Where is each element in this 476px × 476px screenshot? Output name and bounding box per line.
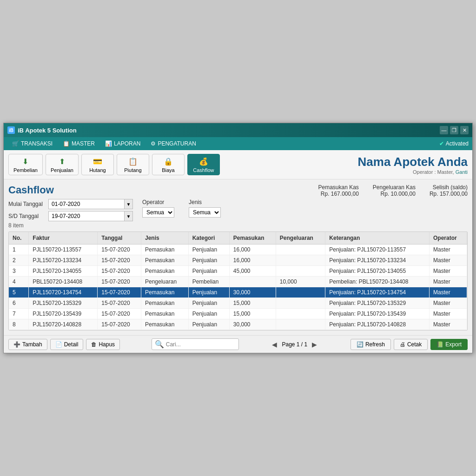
hapus-label: Hapus <box>99 341 115 348</box>
page-info: Page 1 / 1 <box>282 341 307 348</box>
jenis-filter: Jenis Semua <box>189 199 226 218</box>
cell-jenis: Pemasukan <box>141 319 189 330</box>
cell-pemasukan: 45,000 <box>229 266 276 277</box>
tambah-label: Tambah <box>22 341 42 348</box>
cell-no: 4 <box>9 277 29 287</box>
penjualan-button[interactable]: ⬆ Penjualan <box>46 154 79 175</box>
stats-section: Pemasukan Kas Rp. 167.000,00 Pengeluaran… <box>318 184 468 197</box>
piutang-button[interactable]: 📋 Piutang <box>117 154 149 175</box>
cell-tanggal: 15-07-2020 <box>98 277 141 287</box>
mulai-tanggal-field[interactable] <box>48 199 125 209</box>
footer-left: ➕ Tambah 📄 Detail 🗑 Hapus <box>8 339 120 350</box>
sd-tanggal-picker[interactable]: ▼ <box>125 211 133 221</box>
cell-faktur: PJL150720-140828 <box>29 319 98 330</box>
pembelian-button[interactable]: ⬇ Pembelian <box>8 154 43 175</box>
export-button[interactable]: 📗 Export <box>430 339 468 350</box>
detail-button[interactable]: 📄 Detail <box>50 339 84 350</box>
cashflow-button[interactable]: 💰 Cashflow <box>187 154 220 175</box>
cell-pengeluaran: 10,000 <box>276 277 325 287</box>
check-icon: ✔ <box>439 140 444 147</box>
cell-jenis: Pemasukan <box>141 245 189 255</box>
table-row[interactable]: 4 PBL150720-134408 15-07-2020 Pengeluara… <box>9 277 467 287</box>
hutang-button[interactable]: 💳 Hutang <box>81 154 114 175</box>
cell-faktur: PJL150720-134754 <box>29 287 98 298</box>
toolbar-buttons: ⬇ Pembelian ⬆ Penjualan 💳 Hutang 📋 Piuta… <box>8 154 220 175</box>
export-icon: 📗 <box>436 341 443 348</box>
cell-pengeluaran <box>276 309 325 319</box>
titlebar-controls: — ❐ ✕ <box>440 126 469 134</box>
minimize-button[interactable]: — <box>440 126 448 134</box>
stat-pengeluaran: Pengeluaran Kas Rp. 10.000,00 <box>373 184 416 197</box>
cell-no: 5 <box>9 287 29 298</box>
tambah-icon: ➕ <box>13 341 20 348</box>
table-row[interactable]: 5 PJL150720-134754 15-07-2020 Pemasukan … <box>9 287 467 298</box>
table-row[interactable]: 7 PJL150720-135439 15-07-2020 Pemasukan … <box>9 309 467 319</box>
cell-tanggal: 15-07-2020 <box>98 266 141 277</box>
stat-pemasukan: Pemasukan Kas Rp. 167.000,00 <box>318 184 358 197</box>
biaya-label: Biaya <box>162 167 175 173</box>
table-row[interactable]: 6 PJL150720-135329 15-07-2020 Pemasukan … <box>9 298 467 309</box>
operator-select[interactable]: Semua <box>142 207 174 218</box>
cetak-button[interactable]: 🖨 Cetak <box>394 339 428 350</box>
activated-label: Activated <box>446 140 469 147</box>
cell-no: 8 <box>9 319 29 330</box>
cell-pemasukan: 15,000 <box>229 298 276 309</box>
jenis-select[interactable]: Semua <box>189 207 221 218</box>
refresh-label: Refresh <box>365 341 385 348</box>
restore-button[interactable]: ❐ <box>450 126 458 134</box>
ganti-link[interactable]: Ganti <box>456 169 468 175</box>
cell-pengeluaran <box>276 245 325 255</box>
table-row[interactable]: 8 PJL150720-140828 15-07-2020 Pemasukan … <box>9 319 467 330</box>
cell-kategori: Penjualan <box>188 266 229 277</box>
search-input[interactable] <box>166 341 236 348</box>
refresh-icon: 🔄 <box>357 341 364 348</box>
cell-keterangan: Penjualan: PJL150720-133234 <box>325 255 430 266</box>
refresh-button[interactable]: 🔄 Refresh <box>350 339 391 350</box>
cell-pengeluaran <box>276 255 325 266</box>
cell-keterangan: Penjualan: PJL150720-135329 <box>325 298 430 309</box>
table-row[interactable]: 1 PJL150720-113557 15-07-2020 Pemasukan … <box>9 245 467 255</box>
menu-master[interactable]: 📋 MASTER <box>58 139 99 149</box>
operator-label: Operator : Master, <box>413 169 454 175</box>
hutang-label: Hutang <box>89 167 106 173</box>
mulai-tanggal-input: ▼ <box>48 199 133 209</box>
pengeluaran-kas-value: Rp. 10.000,00 <box>373 191 416 197</box>
pemasukan-kas-value: Rp. 167.000,00 <box>318 191 358 197</box>
cell-no: 7 <box>9 309 29 319</box>
sd-tanggal-field[interactable] <box>48 211 125 221</box>
close-button[interactable]: ✕ <box>460 126 469 134</box>
menu-laporan[interactable]: 📊 LAPORAN <box>100 139 145 149</box>
toolbar: ⬇ Pembelian ⬆ Penjualan 💳 Hutang 📋 Piuta… <box>4 150 472 179</box>
next-page-button[interactable]: ▶ <box>310 340 319 349</box>
cell-kategori: Pembelian <box>188 277 229 287</box>
piutang-label: Piutang <box>124 167 141 173</box>
cell-no: 6 <box>9 298 29 309</box>
cell-operator: Master <box>430 277 467 287</box>
tambah-button[interactable]: ➕ Tambah <box>8 339 47 350</box>
cell-pemasukan: 16,000 <box>229 255 276 266</box>
col-keterangan: Keterangan <box>325 232 430 245</box>
detail-label: Detail <box>64 341 79 348</box>
cell-tanggal: 15-07-2020 <box>98 319 141 330</box>
cetak-label: Cetak <box>407 341 422 348</box>
menu-laporan-label: LAPORAN <box>114 140 140 147</box>
biaya-button[interactable]: 🔒 Biaya <box>152 154 185 175</box>
mulai-tanggal-picker[interactable]: ▼ <box>125 199 133 209</box>
cell-pemasukan: 30,000 <box>229 287 276 298</box>
col-kategori: Kategori <box>188 232 229 245</box>
cell-tanggal: 15-07-2020 <box>98 298 141 309</box>
data-table-container: No. Faktur Tanggal Jenis Kategori Pemasu… <box>8 231 468 331</box>
menubar: 🛒 TRANSAKSI 📋 MASTER 📊 LAPORAN ⚙ PENGATU… <box>4 137 472 150</box>
hapus-button[interactable]: 🗑 Hapus <box>86 339 120 350</box>
table-row[interactable]: 3 PJL150720-134055 15-07-2020 Pemasukan … <box>9 266 467 277</box>
penjualan-icon: ⬆ <box>55 156 68 166</box>
table-row[interactable]: 2 PJL150720-133234 15-07-2020 Pemasukan … <box>9 255 467 266</box>
footer-right: 🔄 Refresh 🖨 Cetak 📗 Export <box>350 339 468 350</box>
hutang-icon: 💳 <box>91 156 104 166</box>
cell-jenis: Pemasukan <box>141 298 189 309</box>
prev-page-button[interactable]: ◀ <box>270 340 279 349</box>
search-box: 🔍 <box>152 338 239 350</box>
cell-pemasukan: 30,000 <box>229 319 276 330</box>
menu-transaksi[interactable]: 🛒 TRANSAKSI <box>7 139 57 149</box>
menu-pengaturan[interactable]: ⚙ PENGATURAN <box>146 139 200 149</box>
